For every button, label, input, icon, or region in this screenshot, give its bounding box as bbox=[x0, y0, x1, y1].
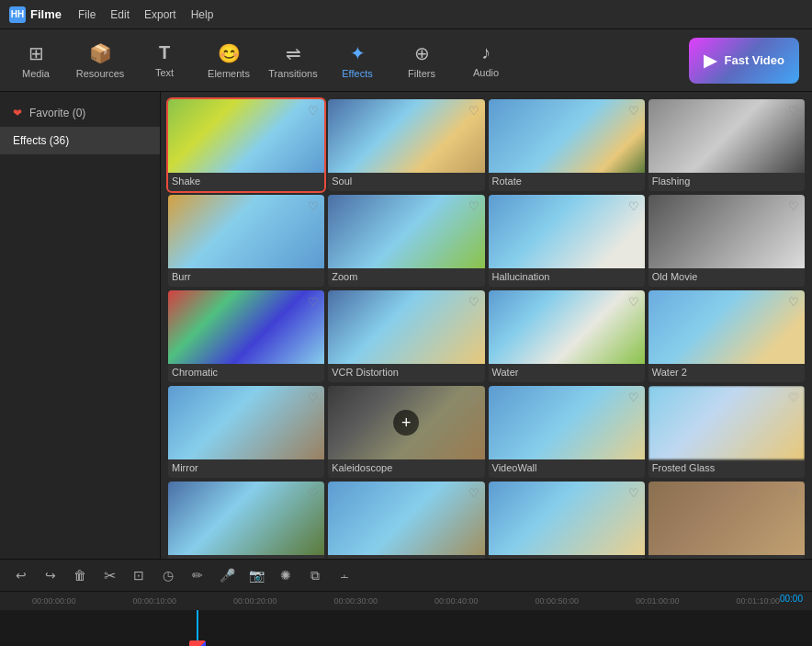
menu-help[interactable]: Help bbox=[191, 8, 214, 21]
effect-item-water2[interactable]: ♡Water 2 bbox=[648, 290, 805, 382]
transitions-icon: ⇌ bbox=[286, 42, 301, 64]
main-area: ❤ Favorite (0) Effects (36) ♡Shake♡Soul♡… bbox=[0, 92, 812, 559]
effect-item-oldmovie[interactable]: ♡Old Movie bbox=[648, 195, 805, 287]
effect-item-kaleidoscope[interactable]: ♡+Kaleidoscope bbox=[328, 386, 484, 478]
effect-item-row5c[interactable]: ♡ bbox=[489, 482, 645, 559]
sun-button[interactable]: ✺ bbox=[274, 563, 298, 587]
effect-add-kaleidoscope[interactable]: + bbox=[393, 410, 419, 436]
tool-media[interactable]: ⊞ Media bbox=[4, 31, 68, 90]
video-rec-button[interactable]: 📷 bbox=[244, 563, 268, 587]
tool-resources[interactable]: 📦 Resources bbox=[68, 31, 132, 90]
bottom-toolbar: ↩ ↪ 🗑 ✂ ⊡ ◷ ✏ 🎤 📷 ✺ ⧉ ⫠ bbox=[0, 559, 812, 591]
menu-export[interactable]: Export bbox=[144, 8, 176, 21]
effect-item-videowall[interactable]: ♡VideoWall bbox=[489, 386, 645, 478]
effect-label-water: Water bbox=[489, 364, 645, 382]
effect-item-row5d[interactable]: ♡ bbox=[648, 482, 805, 559]
effect-heart-hallucination[interactable]: ♡ bbox=[628, 199, 639, 213]
effect-heart-videowall[interactable]: ♡ bbox=[628, 391, 639, 404]
effect-item-row5a[interactable]: ♡ bbox=[168, 482, 324, 559]
effect-heart-row5c[interactable]: ♡ bbox=[628, 486, 639, 500]
fast-video-button[interactable]: ▶ Fast Video bbox=[689, 38, 799, 84]
menu-file[interactable]: File bbox=[78, 8, 96, 21]
media-icon: ⊞ bbox=[28, 42, 44, 64]
effect-item-frostedglass[interactable]: ♡Frosted Glass bbox=[648, 386, 805, 478]
app-name: Filme bbox=[30, 7, 62, 21]
effect-heart-kaleidoscope[interactable]: ♡ bbox=[468, 391, 479, 404]
sidebar-item-favorite[interactable]: ❤ Favorite (0) bbox=[0, 99, 160, 127]
speed-button[interactable]: ◷ bbox=[156, 563, 180, 587]
tool-effects-label: Effects bbox=[342, 68, 372, 79]
time-indicator: 00:00 bbox=[780, 594, 803, 604]
effect-label-videowall: VideoWall bbox=[489, 459, 645, 478]
undo-button[interactable]: ↩ bbox=[9, 563, 33, 587]
effect-item-zoom[interactable]: ♡Zoom bbox=[328, 195, 484, 287]
effect-thumb-mirror: ♡ bbox=[168, 386, 324, 459]
effect-label-oldmovie: Old Movie bbox=[648, 268, 805, 287]
effect-heart-shake[interactable]: ♡ bbox=[308, 104, 319, 118]
split-screen-button[interactable]: ⫠ bbox=[333, 563, 356, 587]
effect-item-soul[interactable]: ♡Soul bbox=[328, 99, 484, 191]
effect-heart-frostedglass[interactable]: ♡ bbox=[788, 391, 799, 404]
tool-elements[interactable]: 😊 Elements bbox=[197, 31, 261, 90]
effect-heart-flashing[interactable]: ♡ bbox=[788, 104, 799, 118]
effect-heart-row5d[interactable]: ♡ bbox=[788, 486, 799, 500]
effect-heart-row5a[interactable]: ♡ bbox=[308, 486, 319, 500]
effect-heart-oldmovie[interactable]: ♡ bbox=[788, 199, 799, 213]
logo-icon: HH bbox=[9, 6, 26, 23]
timeline-track[interactable] bbox=[0, 610, 812, 646]
effect-item-hallucination[interactable]: ♡Hallucination bbox=[489, 195, 645, 287]
effect-heart-water[interactable]: ♡ bbox=[628, 295, 639, 309]
effect-label-hallucination: Hallucination bbox=[489, 268, 645, 287]
effect-item-water[interactable]: ♡Water bbox=[489, 290, 645, 382]
ruler-mark: 00:00:30:00 bbox=[306, 596, 407, 606]
crop-button[interactable]: ⊡ bbox=[127, 563, 151, 587]
effect-label-row5d bbox=[648, 555, 805, 559]
tool-filters[interactable]: ⊕ Filters bbox=[389, 31, 454, 90]
effect-heart-row5b[interactable]: ♡ bbox=[468, 486, 479, 500]
tool-transitions[interactable]: ⇌ Transitions bbox=[261, 31, 325, 90]
elements-icon: 😊 bbox=[218, 42, 241, 64]
pip-button[interactable]: ⧉ bbox=[303, 563, 327, 587]
effect-item-shake[interactable]: ♡Shake bbox=[168, 99, 324, 191]
audio-rec-button[interactable]: 🎤 bbox=[215, 563, 239, 587]
effect-thumb-chromatic: ♡ bbox=[168, 290, 324, 364]
titlebar: HH Filme File Edit Export Help bbox=[0, 0, 812, 29]
effect-heart-burr[interactable]: ♡ bbox=[308, 199, 319, 213]
delete-button[interactable]: 🗑 bbox=[68, 563, 92, 587]
effect-thumb-rotate: ♡ bbox=[489, 99, 645, 173]
tool-text-label: Text bbox=[155, 67, 174, 78]
effect-heart-soul[interactable]: ♡ bbox=[468, 104, 479, 118]
effect-item-row5b[interactable]: ♡ bbox=[328, 482, 484, 559]
menu-edit[interactable]: Edit bbox=[110, 8, 130, 21]
redo-button[interactable]: ↪ bbox=[39, 563, 62, 587]
effect-heart-zoom[interactable]: ♡ bbox=[468, 199, 479, 213]
tool-effects[interactable]: ✦ Effects bbox=[325, 31, 389, 90]
effect-heart-water2[interactable]: ♡ bbox=[788, 295, 799, 309]
ruler-mark: 00:00:20:00 bbox=[205, 596, 306, 606]
text-icon: T bbox=[159, 42, 170, 63]
effect-item-rotate[interactable]: ♡Rotate bbox=[489, 99, 645, 191]
sidebar: ❤ Favorite (0) Effects (36) bbox=[0, 92, 161, 559]
ruler-mark: 00:00:10:00 bbox=[105, 596, 206, 606]
effect-item-mirror[interactable]: ♡Mirror bbox=[168, 386, 324, 478]
effect-heart-mirror[interactable]: ♡ bbox=[308, 391, 319, 404]
effect-heart-rotate[interactable]: ♡ bbox=[628, 104, 639, 118]
tool-transitions-label: Transitions bbox=[268, 68, 317, 79]
color-button[interactable]: ✏ bbox=[186, 563, 209, 587]
effect-thumb-row5b: ♡ bbox=[328, 482, 484, 555]
effect-item-chromatic[interactable]: ♡Chromatic bbox=[168, 290, 324, 382]
resources-icon: 📦 bbox=[89, 42, 112, 64]
effect-thumb-shake: ♡ bbox=[168, 99, 324, 173]
split-button[interactable]: ✂ bbox=[97, 563, 121, 587]
tool-text[interactable]: T Text bbox=[132, 31, 197, 90]
effect-thumb-water: ♡ bbox=[489, 290, 645, 364]
tool-audio[interactable]: ♪ Audio bbox=[454, 31, 518, 90]
effect-heart-vcr[interactable]: ♡ bbox=[468, 295, 479, 309]
effect-item-burr[interactable]: ♡Burr bbox=[168, 195, 324, 287]
effect-thumb-burr: ♡ bbox=[168, 195, 324, 268]
sidebar-item-effects[interactable]: Effects (36) bbox=[0, 127, 160, 154]
effect-item-flashing[interactable]: ♡Flashing bbox=[648, 99, 805, 191]
audio-icon: ♪ bbox=[481, 42, 491, 63]
effect-heart-chromatic[interactable]: ♡ bbox=[308, 295, 319, 309]
effect-item-vcr[interactable]: ♡VCR Distortion bbox=[328, 290, 484, 382]
